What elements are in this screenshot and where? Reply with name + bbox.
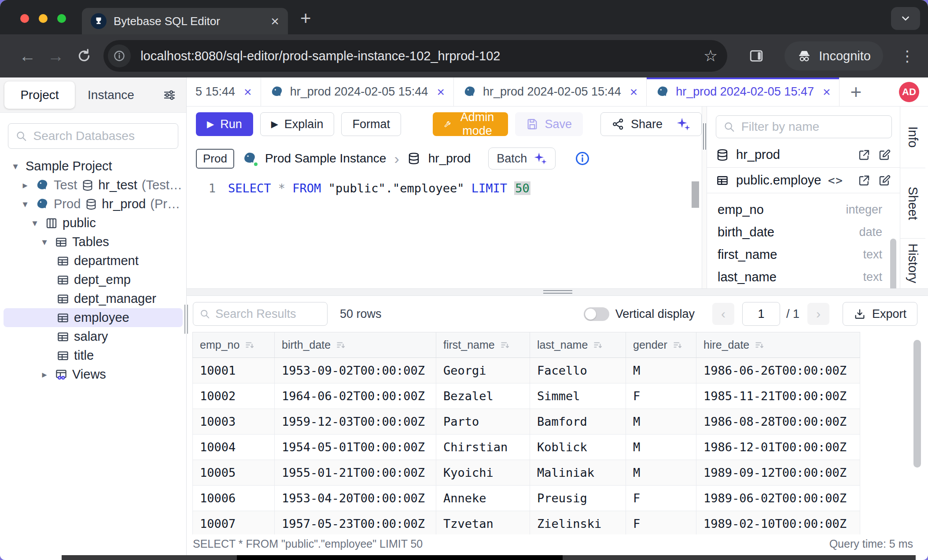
chevron-down-icon[interactable]: ▾	[10, 161, 21, 172]
tab-instance[interactable]: Instance	[75, 88, 147, 102]
sort-icon[interactable]	[500, 340, 510, 350]
table-row[interactable]: 10003 1959-12-03T00:00:00Z Parto Bamford…	[193, 409, 860, 435]
sort-icon[interactable]	[245, 340, 254, 350]
cell-last-name[interactable]: Simmel	[530, 383, 626, 409]
tree-item-tables-group[interactable]: ▾ Tables	[0, 232, 186, 251]
explain-button[interactable]: ▶ Explain	[260, 112, 335, 136]
open-database-button[interactable]	[858, 148, 871, 162]
reload-button[interactable]	[70, 48, 98, 64]
editor-tab-3-active[interactable]: hr_prod 2024-02-05 15:47 ×	[647, 77, 840, 106]
tree-item-table-dept-manager[interactable]: dept_manager	[0, 289, 186, 308]
cell-gender[interactable]: F	[626, 511, 696, 535]
open-table-button[interactable]	[858, 174, 871, 187]
edit-table-button[interactable]	[878, 174, 891, 187]
user-avatar[interactable]: AD	[899, 82, 919, 102]
chevron-down-icon[interactable]: ▾	[39, 236, 50, 248]
minimize-window-button[interactable]	[39, 14, 48, 23]
sort-icon[interactable]	[755, 340, 764, 350]
connection-info-button[interactable]	[575, 151, 590, 166]
cell-emp-no[interactable]: 10007	[193, 511, 275, 535]
prev-page-button[interactable]: ‹	[712, 303, 734, 325]
tree-item-table-salary[interactable]: salary	[0, 327, 186, 346]
schema-scrollbar-thumb[interactable]	[890, 239, 896, 288]
vertical-display-toggle[interactable]	[584, 307, 609, 321]
browser-tab[interactable]: Bytebase SQL Editor ×	[82, 8, 288, 34]
results-resize-handle[interactable]	[187, 288, 928, 296]
database-search[interactable]	[8, 123, 178, 149]
sort-icon[interactable]	[673, 340, 682, 350]
sort-icon[interactable]	[593, 340, 603, 350]
table-row[interactable]: 10006 1953-04-20T00:00:00Z Anneke Preusi…	[193, 486, 860, 511]
schema-filter-input[interactable]	[741, 120, 884, 134]
sort-icon[interactable]	[336, 340, 346, 350]
tree-settings-button[interactable]	[162, 88, 177, 102]
rail-tab-history[interactable]: History	[900, 239, 925, 288]
column-row[interactable]: first_name text	[718, 243, 882, 266]
editor-tab-2[interactable]: hr_prod 2024-02-05 15:44 ×	[454, 77, 647, 106]
cell-first-name[interactable]: Anneke	[436, 486, 530, 511]
schema-filter[interactable]	[716, 115, 892, 138]
share-button[interactable]: Share	[600, 112, 702, 136]
tree-item-hr-test[interactable]: ▸ Test hr_test (Test…	[0, 176, 186, 195]
next-page-button[interactable]: ›	[807, 303, 829, 325]
cell-last-name[interactable]: Preusig	[530, 486, 626, 511]
tree-item-views-group[interactable]: ▸ Views	[0, 365, 186, 384]
url-text[interactable]: localhost:8080/sql-editor/prod-sample-in…	[140, 49, 703, 63]
tree-item-hr-prod[interactable]: ▾ Prod hr_prod (Pr…	[0, 195, 186, 214]
cell-emp-no[interactable]: 10003	[193, 409, 275, 435]
editor-tab-0[interactable]: 5 15:44 ×	[187, 77, 261, 106]
column-header[interactable]: emp_no	[193, 332, 275, 358]
save-button[interactable]: Save	[515, 112, 583, 136]
column-header[interactable]: gender	[626, 332, 696, 358]
cell-hire-date[interactable]: 1985-11-21T00:00:00Z	[696, 383, 860, 409]
bookmark-star-icon[interactable]: ☆	[703, 47, 721, 65]
chevron-down-icon[interactable]: ▾	[19, 199, 31, 210]
export-button[interactable]: Export	[843, 302, 917, 326]
cell-emp-no[interactable]: 10001	[193, 358, 275, 383]
cell-emp-no[interactable]: 10006	[193, 486, 275, 511]
cell-emp-no[interactable]: 10004	[193, 435, 275, 460]
cell-first-name[interactable]: Georgi	[436, 358, 530, 383]
cell-first-name[interactable]: Tzvetan	[436, 511, 530, 535]
cell-first-name[interactable]: Chirstian	[436, 435, 530, 460]
run-button[interactable]: ▶ Run	[196, 112, 253, 136]
tree-item-table-title[interactable]: title	[0, 346, 186, 365]
column-header[interactable]: hire_date	[696, 332, 860, 358]
sql-editor[interactable]: 1 SELECT * FROM "public"."employee" LIMI…	[187, 175, 702, 288]
column-header[interactable]: birth_date	[275, 332, 436, 358]
cell-emp-no[interactable]: 10005	[193, 460, 275, 486]
chevron-right-icon[interactable]: ▸	[19, 180, 31, 191]
cell-hire-date[interactable]: 1986-06-26T00:00:00Z	[696, 358, 860, 383]
editor-scrollbar-thumb[interactable]	[692, 181, 699, 208]
cell-hire-date[interactable]: 1989-06-02T00:00:00Z	[696, 486, 860, 511]
cell-gender[interactable]: M	[626, 460, 696, 486]
browser-tab-close-icon[interactable]: ×	[271, 14, 279, 28]
cell-gender[interactable]: F	[626, 383, 696, 409]
close-window-button[interactable]	[20, 14, 29, 23]
panel-resize-handle[interactable]	[702, 107, 707, 288]
cell-emp-no[interactable]: 10002	[193, 383, 275, 409]
close-tab-icon[interactable]: ×	[823, 85, 831, 99]
new-tab-button[interactable]: +	[300, 8, 311, 29]
editor-tab-1[interactable]: hr_prod 2024-02-05 15:44 ×	[261, 77, 454, 106]
admin-mode-button[interactable]: Admin mode	[433, 112, 508, 136]
table-row[interactable]: 10004 1954-05-01T00:00:00Z Chirstian Kob…	[193, 435, 860, 460]
cell-birth-date[interactable]: 1959-12-03T00:00:00Z	[275, 409, 436, 435]
tree-item-table-dept-emp[interactable]: dept_emp	[0, 270, 186, 289]
table-row[interactable]: 10001 1953-09-02T00:00:00Z Georgi Facell…	[193, 358, 860, 383]
cell-hire-date[interactable]: 1989-09-12T00:00:00Z	[696, 460, 860, 486]
cell-birth-date[interactable]: 1955-01-21T00:00:00Z	[275, 460, 436, 486]
cell-birth-date[interactable]: 1954-05-01T00:00:00Z	[275, 435, 436, 460]
table-row[interactable]: 10005 1955-01-21T00:00:00Z Kyoichi Malin…	[193, 460, 860, 486]
instance-name[interactable]: Prod Sample Instance	[265, 151, 387, 166]
cell-first-name[interactable]: Bezalel	[436, 383, 530, 409]
table-row[interactable]: 10007 1957-05-23T00:00:00Z Tzvetan Zieli…	[193, 511, 860, 535]
chevron-down-icon[interactable]: ▾	[29, 217, 41, 229]
batch-mode-button[interactable]: Batch	[488, 147, 556, 169]
cell-last-name[interactable]: Maliniak	[530, 460, 626, 486]
cell-birth-date[interactable]: 1953-09-02T00:00:00Z	[275, 358, 436, 383]
results-scrollbar-thumb[interactable]	[913, 340, 921, 468]
rail-tab-sheet[interactable]: Sheet	[900, 168, 925, 239]
cell-gender[interactable]: F	[626, 486, 696, 511]
results-search[interactable]	[193, 302, 328, 326]
